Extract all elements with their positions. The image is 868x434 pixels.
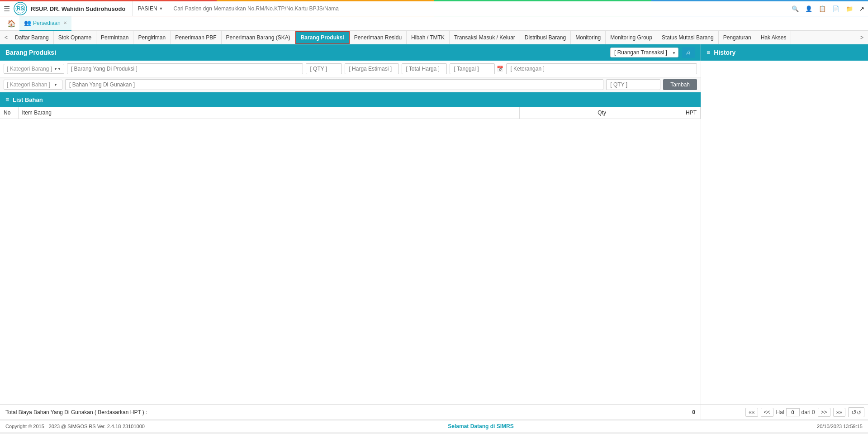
ruangan-select[interactable]: [ Ruangan Transaksi ] xyxy=(610,48,678,57)
nav-prev-icon[interactable] xyxy=(2,34,10,41)
col-header-hpt: HPT xyxy=(610,107,701,119)
nav-tab-stok-opname[interactable]: Stok Opname xyxy=(54,31,96,44)
page-info: Hal dari 0 xyxy=(776,408,815,416)
total-harga-input[interactable] xyxy=(402,63,447,74)
tab-persediaan[interactable]: Persediaan ✕ xyxy=(19,16,71,31)
patient-search-input[interactable] xyxy=(172,4,788,14)
nav-tab-hak-akses[interactable]: Hak Akses xyxy=(756,31,792,44)
nav-tab-monitoring-group[interactable]: Monitoring Group xyxy=(606,31,657,44)
refresh-button[interactable]: ↺ xyxy=(848,407,864,417)
kategori-bahan-label: [ Kategori Bahan ] xyxy=(7,81,50,88)
tab-close-icon[interactable]: ✕ xyxy=(63,20,67,25)
print-button[interactable]: 🖨 xyxy=(682,47,695,58)
folder-icon[interactable] xyxy=(846,5,853,12)
footer-total-label: Total Biaya Bahan Yang Di Gunakan ( Berd… xyxy=(5,409,147,415)
kategori-barang-select[interactable]: [ Kategori Barang ] ▼ xyxy=(4,64,64,74)
barang-diproduksi-input[interactable] xyxy=(67,63,304,74)
calendar-icon[interactable] xyxy=(497,66,503,72)
hal-label: Hal xyxy=(776,409,784,415)
chevron-dbl-left-icon: « xyxy=(749,409,754,415)
nav-tab-pengiriman[interactable]: Pengiriman xyxy=(133,31,171,44)
col-header-no: No xyxy=(0,107,18,119)
nav-tab-status-mutasi[interactable]: Status Mutasi Barang xyxy=(657,31,719,44)
kategori-bahan-dropdown-icon: ▼ xyxy=(54,83,57,87)
nav-tab-penerimaan-pbf[interactable]: Penerimaan PBF xyxy=(171,31,221,44)
hamburger-icon[interactable] xyxy=(4,5,10,13)
chevron-right-icon: > xyxy=(821,409,827,415)
footer-total-value: 0 xyxy=(692,409,695,415)
col-header-qty: Qty xyxy=(520,107,610,119)
nav-tab-penerimaan-ska[interactable]: Penerimaan Barang (SKA) xyxy=(222,31,295,44)
nav-tab-barang-produksi[interactable]: Barang Produksi xyxy=(295,31,350,44)
kategori-barang-label: [ Kategori Barang ] xyxy=(7,66,52,72)
pasien-label[interactable]: PASIEN xyxy=(138,5,157,12)
list-bahan-title: List Bahan xyxy=(13,96,43,103)
svg-text:RS: RS xyxy=(17,5,24,12)
nav-tab-penerimaan-residu[interactable]: Penerimaan Residu xyxy=(350,31,407,44)
user-add-icon[interactable] xyxy=(805,5,812,12)
hospital-name: RSUP. DR. Wahidin Sudirohusodo xyxy=(31,5,125,12)
tambah-button[interactable]: Tambah xyxy=(663,79,697,90)
content-title: Barang Produksi xyxy=(5,49,56,56)
kategori-bahan-select[interactable]: [ Kategori Bahan ] ▼ xyxy=(4,80,62,90)
copyright-label: Copyright © 2015 - 2023 @ SIMGOS RS Ver.… xyxy=(5,424,145,429)
col-header-item: Item Barang xyxy=(18,107,520,119)
dari-label: dari 0 xyxy=(802,409,815,415)
topbar-icons xyxy=(792,5,864,12)
page-prev-button[interactable]: < xyxy=(761,408,773,417)
chevron-dbl-right-icon: » xyxy=(836,409,842,415)
history-bars-icon: ≡ xyxy=(707,49,710,56)
person-icon xyxy=(24,19,31,26)
doc-icon[interactable] xyxy=(832,5,840,12)
kategori-barang-dropdown-icon: ▼ xyxy=(54,67,61,71)
nav-next-icon[interactable] xyxy=(858,34,866,41)
list-icon: ≡ xyxy=(5,96,9,103)
page-next-button[interactable]: > xyxy=(818,408,830,417)
welcome-label: Selamat Datang di SIMRS xyxy=(448,423,513,429)
datetime-label: 20/10/2023 13:59:15 xyxy=(817,424,863,429)
qty-input-row1[interactable] xyxy=(306,63,342,74)
bahan-digunakan-input[interactable] xyxy=(65,79,603,90)
refresh-icon: ↺ xyxy=(851,410,861,416)
page-first-button[interactable]: « xyxy=(745,408,758,417)
history-title: History xyxy=(714,49,735,56)
home-tab[interactable] xyxy=(4,19,19,28)
page-last-button[interactable]: » xyxy=(833,408,845,417)
brand-logo: RS xyxy=(14,2,27,15)
tanggal-input[interactable] xyxy=(450,63,495,74)
qty-input-row2[interactable] xyxy=(606,79,660,90)
list-icon[interactable] xyxy=(819,5,826,12)
keterangan-input[interactable] xyxy=(506,63,697,74)
nav-tab-hibah-tmtk[interactable]: Hibah / TMTK xyxy=(407,31,450,44)
harga-estimasi-input[interactable] xyxy=(345,63,399,74)
page-number-input[interactable] xyxy=(786,408,800,416)
nav-tab-permintaan[interactable]: Permintaan xyxy=(96,31,133,44)
nav-tab-daftar-barang[interactable]: Daftar Barang xyxy=(10,31,54,44)
nav-tab-transaksi[interactable]: Transaksi Masuk / Keluar xyxy=(450,31,520,44)
pasien-dropdown-icon[interactable]: ▼ xyxy=(159,6,163,11)
external-icon[interactable] xyxy=(859,5,864,12)
search-icon[interactable] xyxy=(792,5,799,12)
print-icon: 🖨 xyxy=(686,49,692,56)
chevron-left-icon: < xyxy=(764,409,770,415)
nav-tab-monitoring[interactable]: Monitoring xyxy=(571,31,606,44)
nav-tab-distribusi[interactable]: Distribusi Barang xyxy=(520,31,571,44)
history-content xyxy=(701,61,868,404)
ruangan-select-wrapper[interactable]: [ Ruangan Transaksi ] xyxy=(610,48,678,57)
nav-tab-pengaturan[interactable]: Pengaturan xyxy=(719,31,756,44)
